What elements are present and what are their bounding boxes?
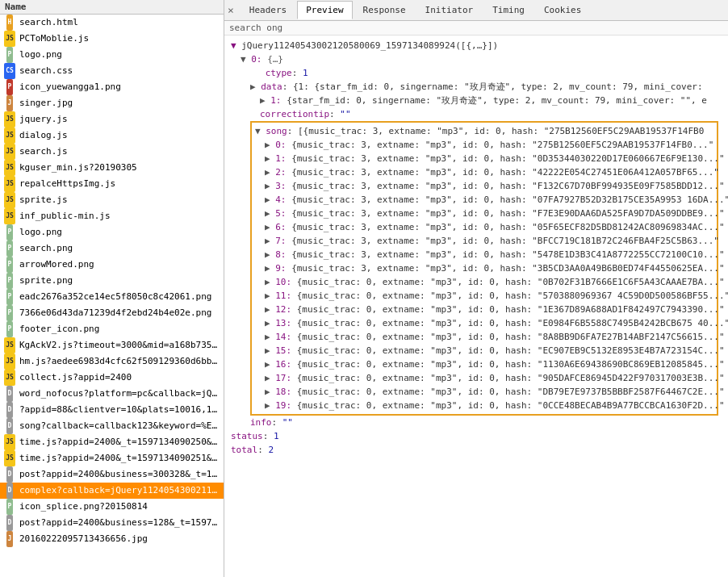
file-list-item[interactable]: JScollect.js?appid=2400 — [0, 370, 224, 386]
search-bar: search ong — [224, 21, 728, 36]
file-list-item[interactable]: Picon_yuewangga1.png — [0, 79, 224, 95]
file-name-label: logo.png — [19, 48, 62, 62]
file-name-label: inf_public-min.js — [19, 209, 111, 224]
left-panel-header: Name — [0, 0, 224, 15]
file-icon-png: P — [3, 323, 16, 336]
file-list-item[interactable]: JSdialog.js — [0, 128, 224, 144]
song-item-row: ▶ 18: {music_trac: 0, extname: "mp3", id… — [255, 385, 713, 399]
file-list[interactable]: Hsearch.htmlJSPCToMoblie.jsPlogo.pngCSse… — [0, 15, 224, 577]
file-list-item[interactable]: Psearch.png — [0, 240, 224, 257]
file-icon-html: H — [3, 16, 16, 29]
files-header-label: Name — [5, 2, 27, 12]
url-text: jQuery11240543002120580069_1597134089924… — [241, 40, 498, 51]
file-list-item[interactable]: Dpost?appid=2400&business=300328&_t=1597… — [0, 466, 224, 483]
file-name-label: icon_splice.png?20150814 — [19, 500, 148, 514]
file-name-label: 7366e06d43da71239d4f2ebd24b4e02e.png — [19, 306, 211, 320]
file-list-item[interactable]: Hsearch.html — [0, 15, 224, 31]
file-icon-js: JS — [3, 452, 16, 465]
song-item-row: ▶ 7: {music_trac: 3, extname: "mp3", id:… — [255, 234, 713, 248]
file-name-label: post?appid=2400&business=300328&_t=1597.… — [19, 467, 220, 482]
file-name-label: word_nofocus?platform=pc&callback=jQuery… — [19, 387, 220, 401]
file-list-item[interactable]: Psprite.png — [0, 273, 224, 289]
file-icon-css: CS — [3, 65, 16, 77]
file-icon-png: P — [3, 291, 16, 303]
file-name-label: ?appid=88&clientver=10&plats=10016,1001.… — [19, 403, 220, 417]
file-icon-png: P — [3, 307, 16, 320]
song-item-row: ▶ 19: {music_trac: 0, extname: "mp3", id… — [255, 399, 713, 412]
right-panel: × HeadersPreviewResponseInitiatorTimingC… — [224, 0, 728, 577]
json-row: ctype: 1 — [231, 66, 722, 80]
file-name-label: 20160222095713436656.jpg — [19, 532, 148, 546]
file-list-item[interactable]: Picon_splice.png?20150814 — [0, 499, 224, 515]
song-item-row: ▶ 8: {music_trac: 3, extname: "mp3", id:… — [255, 248, 713, 261]
file-icon-red: P — [3, 81, 16, 94]
file-list-item[interactable]: Plogo.png — [0, 47, 224, 63]
file-list-item[interactable]: JShm.js?aedee6983d4cfc62f509129360d6bb3d — [0, 353, 224, 370]
content-area[interactable]: ▼ jQuery11240543002120580069_15971340899… — [224, 36, 728, 577]
tab-cookies[interactable]: Cookies — [535, 1, 590, 19]
file-icon-png: P — [3, 274, 16, 287]
file-icon-png: P — [3, 258, 16, 271]
file-name-label: kguser_min.js?20190305 — [19, 161, 137, 175]
file-name-label: collect.js?appid=2400 — [19, 370, 132, 385]
file-list-item[interactable]: Dword_nofocus?platform=pc&callback=jQuer… — [0, 386, 224, 402]
song-item-row: ▶ 15: {music_trac: 0, extname: "mp3", id… — [255, 344, 713, 357]
json-row: ▶ 1: {star_fm_id: 0, singername: "玫月奇迹",… — [231, 94, 722, 107]
tabs-bar: × HeadersPreviewResponseInitiatorTimingC… — [224, 0, 728, 21]
file-list-item[interactable]: Dsong?callback=callback123&keyword=%E7%.… — [0, 418, 224, 434]
file-icon-js: JS — [3, 161, 16, 174]
file-list-item[interactable]: JSjquery.js — [0, 111, 224, 128]
file-list-item[interactable]: JSsearch.js — [0, 144, 224, 160]
file-icon-png: P — [3, 242, 16, 255]
json-row: info: "" — [231, 416, 722, 429]
file-list-item[interactable]: Pfooter_icon.png — [0, 321, 224, 337]
left-panel: Name Hsearch.htmlJSPCToMoblie.jsPlogo.pn… — [0, 0, 224, 577]
file-name-label: PCToMoblie.js — [19, 31, 89, 46]
song-item-row: ▶ 3: {music_trac: 3, extname: "mp3", id:… — [255, 179, 713, 193]
file-list-item[interactable]: JStime.js?appid=2400&_t=1597134090250&_r… — [0, 434, 224, 450]
file-list-item[interactable]: JStime.js?appid=2400&_t=1597134090251&_r… — [0, 450, 224, 466]
song-item-row: ▶ 0: {music_trac: 3, extname: "mp3", id:… — [255, 138, 713, 152]
file-name-label: time.js?appid=2400&_t=1597134090251&_r=.… — [19, 451, 220, 466]
file-list-item[interactable]: P7366e06d43da71239d4f2ebd24b4e02e.png — [0, 305, 224, 321]
tab-response[interactable]: Response — [354, 1, 415, 19]
tab-preview[interactable]: Preview — [297, 1, 352, 19]
file-list-item[interactable]: J20160222095713436656.jpg — [0, 531, 224, 547]
file-icon-js: JS — [3, 371, 16, 384]
song-item-row: ▶ 12: {music_trac: 0, extname: "mp3", id… — [255, 303, 713, 316]
file-list-item[interactable]: JSsprite.js — [0, 192, 224, 208]
file-list-item[interactable]: D?appid=88&clientver=10&plats=10016,1001… — [0, 402, 224, 418]
json-top-url: ▼ jQuery11240543002120580069_15971340899… — [231, 39, 722, 52]
json-row: correctiontip: "" — [231, 107, 722, 121]
file-name-label: sprite.png — [19, 274, 73, 288]
file-name-label: jquery.js — [19, 112, 68, 127]
file-list-item[interactable]: JSrepalceHttpsImg.js — [0, 176, 224, 192]
file-list-item[interactable]: JSkguser_min.js?20190305 — [0, 160, 224, 176]
file-name-label: KgAckV2.js?timeout=3000&mid=a168b7359... — [19, 338, 220, 353]
file-list-item[interactable]: Peadc2676a352ce14ec5f8050c8c42061.png — [0, 289, 224, 305]
file-name-label: search.js — [19, 144, 68, 159]
file-icon-png: P — [3, 48, 16, 61]
file-list-item[interactable]: JSPCToMoblie.js — [0, 31, 224, 47]
file-list-item[interactable]: CSsearch.css — [0, 63, 224, 79]
file-icon-js: JS — [3, 194, 16, 207]
file-icon-doc: D — [3, 387, 16, 400]
file-list-item[interactable]: JSinf_public-min.js — [0, 208, 224, 224]
tab-initiator[interactable]: Initiator — [416, 1, 483, 19]
status-row: status: 1 — [231, 429, 722, 443]
file-name-label: dialog.js — [19, 128, 68, 143]
file-list-item[interactable]: Jsinger.jpg — [0, 95, 224, 111]
file-icon-doc: D — [3, 468, 16, 481]
file-name-label: footer_icon.png — [19, 322, 99, 337]
song-item-row: ▶ 14: {music_trac: 0, extname: "mp3", id… — [255, 330, 713, 344]
file-list-item[interactable]: JSKgAckV2.js?timeout=3000&mid=a168b7359.… — [0, 337, 224, 353]
tab-close-button[interactable]: × — [228, 4, 234, 16]
tab-headers[interactable]: Headers — [241, 1, 295, 19]
song-item-row: ▶ 4: {music_trac: 3, extname: "mp3", id:… — [255, 193, 713, 207]
tab-timing[interactable]: Timing — [483, 1, 533, 19]
file-list-item[interactable]: Dpost?appid=2400&business=128&_t=1597134… — [0, 515, 224, 531]
file-list-item[interactable]: ParrowMored.png — [0, 257, 224, 273]
file-list-item[interactable]: Dcomplex?callback=jQuery1124054300211205… — [0, 483, 224, 499]
file-icon-doc: D — [3, 403, 16, 416]
file-list-item[interactable]: Plogo.png — [0, 224, 224, 240]
